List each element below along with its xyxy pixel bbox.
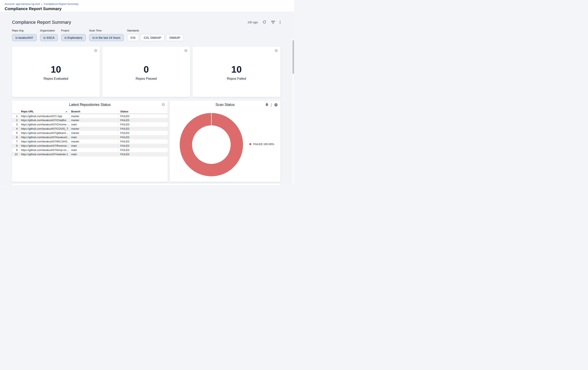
filter-group-standards: StandardsCISCIS, OWASPOWASP — [127, 29, 184, 41]
table-row: 1https://github.com/lavakush07/.Appmaste… — [12, 114, 168, 118]
scan-status-donut-chart[interactable] — [180, 113, 243, 176]
row-number: 1 — [12, 114, 19, 118]
column-header-status[interactable]: Status — [118, 109, 168, 114]
globe-icon — [274, 103, 278, 107]
branch-cell: master — [69, 114, 118, 118]
dashboard-title: Compliance Report Summary — [12, 20, 71, 25]
status-cell: FAILED — [118, 114, 168, 118]
filter-chip[interactable]: is lavakush07 — [12, 34, 37, 41]
row-number: 9 — [12, 148, 19, 152]
branch-cell: main — [69, 148, 118, 152]
status-cell: FAILED — [118, 135, 168, 139]
status-cell: FAILED — [118, 148, 168, 152]
repo-url-cell: https://github.com/lavakush07/COVID_T… — [19, 127, 69, 131]
row-number-header — [12, 109, 19, 114]
filter-label: Repo Org — [12, 29, 37, 32]
filter-group: Repo Orgis lavakush07 — [12, 29, 37, 41]
status-cell: FAILED — [118, 127, 168, 131]
table-row: 6https://github.com/lavakush07/lavakush…… — [12, 135, 168, 139]
stat-explore-button[interactable] — [184, 49, 188, 53]
repo-url-cell: https://github.com/lavakush07/website-1 — [19, 152, 69, 156]
filter-group: Organizationis SSCA — [40, 29, 58, 41]
branch-cell: main — [69, 152, 118, 156]
repo-url-cell: https://github.com/lavakush07/ChatBot — [19, 118, 69, 122]
standards-option-chip[interactable]: CIS — [127, 34, 139, 41]
dashboard-actions: 15h ago — [248, 20, 280, 25]
row-number: 3 — [12, 122, 19, 127]
table-header-row: Repo URL Branch Status — [12, 109, 168, 114]
repo-url-header-label: Repo URL — [21, 110, 34, 113]
row-number: 10 — [12, 152, 19, 156]
standards-option-chip[interactable]: CIS, OWASP — [140, 34, 165, 41]
filter-chip[interactable]: is SSCA — [40, 34, 58, 41]
row-number: 8 — [12, 144, 19, 148]
latest-repositories-panel: Latest Repositories Status Repo URL — [12, 101, 168, 182]
alert-bell-button[interactable] — [265, 103, 269, 107]
table-row: 3https://github.com/lavakush07/Chrome-…m… — [12, 122, 168, 127]
repositories-table: Repo URL Branch Status 1https://github.c… — [12, 109, 168, 156]
scan-explore-button[interactable] — [274, 103, 278, 107]
branch-cell: master — [69, 118, 118, 122]
dashboard-canvas: Compliance Report Summary 15h ago — [0, 12, 294, 185]
repo-url-cell: https://github.com/lavakush07/.App — [19, 114, 69, 118]
legend-label: FAILED 100.00% — [253, 143, 274, 146]
page-title: Compliance Report Summary — [5, 7, 294, 11]
scan-more-options-button[interactable] — [271, 104, 272, 107]
globe-icon — [162, 103, 165, 107]
legend-item-failed[interactable]: FAILED 100.00% — [249, 143, 274, 146]
stat-card: 10Repos Evaluated — [12, 47, 100, 97]
scrollbar-thumb[interactable] — [293, 40, 294, 74]
filter-label: Organization — [40, 29, 58, 32]
globe-icon — [274, 49, 278, 53]
filter-chip[interactable]: is in the last 24 hours — [89, 34, 124, 41]
app-header: Account: app-harness-ng-cicd › Complianc… — [0, 0, 294, 12]
globe-icon — [184, 49, 188, 53]
row-number: 7 — [12, 139, 19, 144]
table-explore-button[interactable] — [162, 103, 165, 107]
next-panel-edge — [12, 184, 280, 185]
refresh-button[interactable] — [262, 20, 266, 25]
globe-icon — [94, 49, 97, 53]
filter-icon — [271, 21, 275, 24]
branch-cell: main — [69, 122, 118, 127]
standards-option-chip[interactable]: OWASP — [166, 34, 184, 41]
row-number: 6 — [12, 135, 19, 139]
stats-row: 10Repos Evaluated0Repos Passed10Repos Fa… — [12, 47, 280, 97]
repo-url-cell: https://github.com/lavakush07/Chrome-… — [19, 122, 69, 127]
more-options-button[interactable] — [280, 21, 280, 24]
branch-cell: master — [69, 139, 118, 144]
breadcrumb: Account: app-harness-ng-cicd › Complianc… — [5, 2, 294, 5]
stat-explore-button[interactable] — [274, 49, 278, 53]
status-cell: FAILED — [118, 118, 168, 122]
table-panel-title: Latest Repositories Status — [12, 101, 168, 107]
filter-button[interactable] — [271, 21, 275, 24]
table-row: 5https://github.com/lavakush07/gitlearni… — [12, 131, 168, 135]
breadcrumb-account-link[interactable]: Account: app-harness-ng-cicd — [5, 2, 40, 5]
row-number: 2 — [12, 118, 19, 122]
sort-asc-icon — [65, 110, 68, 113]
table-row: 4https://github.com/lavakush07/COVID_T…m… — [12, 127, 168, 131]
column-header-branch[interactable]: Branch — [69, 109, 118, 114]
kebab-menu-icon — [271, 104, 272, 107]
filter-chip[interactable]: is Exploratory — [61, 34, 86, 41]
filter-label: Project — [61, 29, 86, 32]
legend-dot — [249, 143, 251, 145]
vertical-scrollbar[interactable] — [292, 39, 294, 185]
column-header-repo-url[interactable]: Repo URL — [19, 109, 69, 114]
stat-value: 10 — [192, 65, 280, 74]
scan-status-title: Scan Status — [170, 101, 280, 107]
repo-url-cell: https://github.com/lavakush07/gitlearni… — [19, 131, 69, 135]
stat-explore-button[interactable] — [94, 49, 97, 53]
stat-value: 10 — [12, 65, 100, 74]
filter-group: Scan Timeis in the last 24 hours — [89, 29, 124, 41]
repo-url-cell: https://github.com/lavakush07/lavakush… — [19, 135, 69, 139]
scan-status-panel: Scan Status — [170, 101, 280, 182]
table-row: 2https://github.com/lavakush07/ChatBotma… — [12, 118, 168, 122]
breadcrumb-current-link[interactable]: Compliance Report Summary — [44, 2, 79, 5]
branch-cell: main — [69, 135, 118, 139]
stat-label: Repos Failed — [192, 77, 280, 80]
status-cell: FAILED — [118, 152, 168, 156]
status-cell: FAILED — [118, 131, 168, 135]
row-number: 4 — [12, 127, 19, 131]
row-number: 5 — [12, 131, 19, 135]
